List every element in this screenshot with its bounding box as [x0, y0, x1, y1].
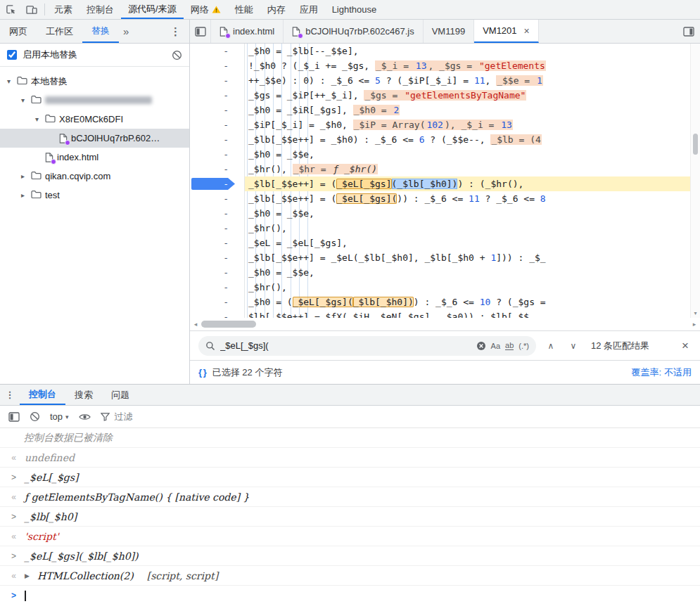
chevron-right-icon[interactable]: ▸ — [18, 191, 27, 199]
code-line[interactable]: !_$h0 ? (_$_i += _$gs, _$_i = 13, _$gs =… — [245, 58, 700, 73]
code-line[interactable]: _$h0 = (_$eL[_$gs](_$lb[_$h0])) : _$_6 <… — [245, 295, 700, 309]
navigator-tab-替换[interactable]: 替换 — [82, 20, 119, 43]
toggle-debugger-sidebar-icon[interactable] — [677, 20, 700, 43]
chevron-right-icon[interactable]: ▸ — [18, 172, 27, 180]
gutter-line[interactable]: - — [190, 250, 244, 265]
code-line[interactable]: _$lb[_$$e++] = (_$eL[_$gs]()) : _$_6 <= … — [245, 191, 700, 206]
search-input[interactable] — [220, 340, 471, 351]
gutter-line[interactable]: - — [190, 162, 244, 176]
tree-folder-X8rE0MCk6DFI[interactable]: ▾X8rE0MCk6DFI — [0, 110, 189, 129]
panel-tab-元素[interactable]: 元素 — [47, 0, 79, 19]
device-toolbar-icon[interactable] — [21, 0, 42, 19]
paused-line-marker[interactable]: - — [190, 176, 244, 191]
whole-word-toggle[interactable]: ab — [505, 341, 514, 350]
more-tabs-icon[interactable]: » — [119, 20, 133, 43]
navigator-tab-工作区[interactable]: 工作区 — [37, 20, 82, 43]
drawer-tab-搜索[interactable]: 搜索 — [65, 385, 102, 405]
code-line[interactable]: _$hr(), _$hr = ƒ _$hr() — [245, 162, 700, 176]
scroll-down-icon[interactable]: ▾ — [691, 308, 700, 318]
pretty-print-icon[interactable]: { } — [198, 367, 206, 378]
code-line[interactable]: _$h0 = _$$e, — [245, 206, 700, 221]
close-search-icon[interactable]: × — [679, 339, 692, 353]
clear-configuration-icon[interactable] — [172, 50, 182, 60]
panel-tab-应用[interactable]: 应用 — [293, 0, 325, 19]
code-line[interactable]: _$gs = _$iP[++_$_i], _$gs = "getElements… — [245, 88, 700, 103]
panel-tab-控制台[interactable]: 控制台 — [79, 0, 121, 19]
gutter-line[interactable]: - — [190, 221, 244, 236]
code-line[interactable]: _$h0 = _$iR[_$gs], _$h0 = 2 — [245, 103, 700, 117]
execution-line[interactable]: _$lb[_$$e++] = (_$eL[_$gs](_$lb[_$h0])) … — [245, 176, 700, 191]
tree-folder-本地替换[interactable]: ▾本地替换 — [0, 72, 189, 91]
scroll-left-icon[interactable]: ◂ — [190, 318, 201, 330]
editor-tab[interactable]: VM1201× — [474, 20, 539, 43]
gutter-line[interactable]: - — [190, 206, 244, 221]
code-line[interactable]: _$iP[_$_i] = _$h0, _$iP = Array(102), _$… — [245, 117, 700, 132]
code-line[interactable]: _$eL = _$eL[_$gs], — [245, 236, 700, 250]
enable-overrides-checkbox[interactable] — [7, 50, 17, 60]
gutter-line[interactable]: - — [190, 265, 244, 280]
editor-tab[interactable]: VM1199 — [424, 20, 474, 43]
panel-tab-网络[interactable]: 网络 — [184, 0, 228, 19]
gutter-line[interactable]: - — [190, 236, 244, 250]
code-line[interactable]: _$h0 = _$$e, — [245, 147, 700, 162]
code-line[interactable]: _$h0 = _$$e, — [245, 265, 700, 280]
editor-tab[interactable]: index.html — [211, 20, 284, 43]
panel-tab-Lighthouse[interactable]: Lighthouse — [325, 0, 384, 19]
expand-triangle-icon[interactable]: ▶ — [25, 572, 30, 579]
vertical-scrollbar-thumb[interactable] — [693, 134, 698, 155]
search-field[interactable]: Aa ab (.*) — [198, 336, 536, 356]
gutter-line[interactable]: - — [190, 295, 244, 309]
gutter-line[interactable]: - — [190, 44, 244, 58]
chevron-down-icon[interactable]: ▾ — [18, 96, 27, 104]
code-line[interactable]: $lb[ $$e++] = $fX( $iH. $eN[ $gs], $a0))… — [245, 309, 700, 318]
tree-file-bCJOlHUq7rbP.602…[interactable]: bCJOlHUq7rbP.602… — [0, 129, 189, 148]
close-tab-icon[interactable]: × — [524, 25, 530, 37]
hide-navigator-icon[interactable] — [190, 20, 211, 43]
scroll-right-icon[interactable]: ▸ — [689, 318, 700, 330]
drawer-menu-icon[interactable]: ⋮ — [0, 385, 20, 405]
inspect-element-icon[interactable] — [0, 0, 21, 19]
panel-tab-内存[interactable]: 内存 — [260, 0, 293, 19]
execution-context-selector[interactable]: top ▾ — [50, 411, 69, 422]
gutter-line[interactable]: - — [190, 132, 244, 147]
text-cursor[interactable] — [25, 591, 26, 601]
console-filter[interactable]: 过滤 — [101, 411, 133, 423]
gutter-line[interactable]: - — [190, 103, 244, 117]
code-line[interactable]: _$hr(), — [245, 280, 700, 295]
panel-tab-性能[interactable]: 性能 — [228, 0, 260, 19]
chevron-down-icon[interactable]: ▾ — [4, 77, 13, 85]
live-expression-icon[interactable] — [79, 413, 91, 421]
match-case-toggle[interactable]: Aa — [491, 342, 500, 350]
gutter-line[interactable]: - — [190, 147, 244, 162]
regex-toggle[interactable]: (.*) — [518, 342, 529, 350]
coverage-info[interactable]: 覆盖率: 不适用 — [631, 366, 692, 379]
tree-folder-redacted[interactable]: ▾ — [0, 91, 189, 110]
drawer-tab-控制台[interactable]: 控制台 — [20, 385, 65, 405]
code-line[interactable]: _$lb[_$$e++] = _$eL(_$lb[_$h0], _$lb[_$h… — [245, 250, 700, 265]
chevron-down-icon[interactable]: ▾ — [32, 115, 42, 123]
clear-console-icon[interactable] — [30, 411, 40, 422]
code-line[interactable]: _$h0 = _$lb[--_$$e], — [245, 44, 700, 58]
clear-search-icon[interactable] — [476, 341, 486, 351]
gutter-line[interactable]: - — [190, 73, 244, 88]
horizontal-scrollbar[interactable]: ◂ ▸ — [190, 318, 700, 330]
gutter-line[interactable]: - — [190, 117, 244, 132]
next-match-button[interactable]: ∨ — [566, 338, 581, 354]
console-message-result[interactable]: «▶HTMLCollection(2)[script, script] — [0, 566, 700, 586]
gutter-line[interactable]: - — [190, 309, 244, 318]
gutter-line[interactable]: - — [190, 191, 244, 206]
code-line[interactable]: _$hr(), — [245, 221, 700, 236]
drawer-tab-问题[interactable]: 问题 — [102, 385, 139, 405]
console-message-prompt[interactable]: > — [0, 586, 700, 605]
editor-code-area[interactable]: _$h0 = _$lb[--_$$e],!_$h0 ? (_$_i += _$g… — [245, 44, 700, 318]
code-line[interactable]: _$lb[_$$e++] = _$h0) : _$_6 <= 6 ? (_$$e… — [245, 132, 700, 147]
gutter-line[interactable]: - — [190, 58, 244, 73]
editor-tab[interactable]: bCJOlHUq7rbP.602c467.js — [284, 20, 423, 43]
tree-folder-qikan.cqvip.com[interactable]: ▸qikan.cqvip.com — [0, 167, 189, 186]
console-sidebar-icon[interactable] — [8, 412, 20, 422]
navigator-tab-网页[interactable]: 网页 — [0, 20, 37, 43]
previous-match-button[interactable]: ∧ — [543, 338, 559, 354]
tree-file-index.html[interactable]: index.html — [0, 148, 189, 167]
panel-tab-源代码/来源[interactable]: 源代码/来源 — [121, 0, 184, 19]
vertical-scrollbar[interactable]: ▾ — [690, 44, 700, 318]
